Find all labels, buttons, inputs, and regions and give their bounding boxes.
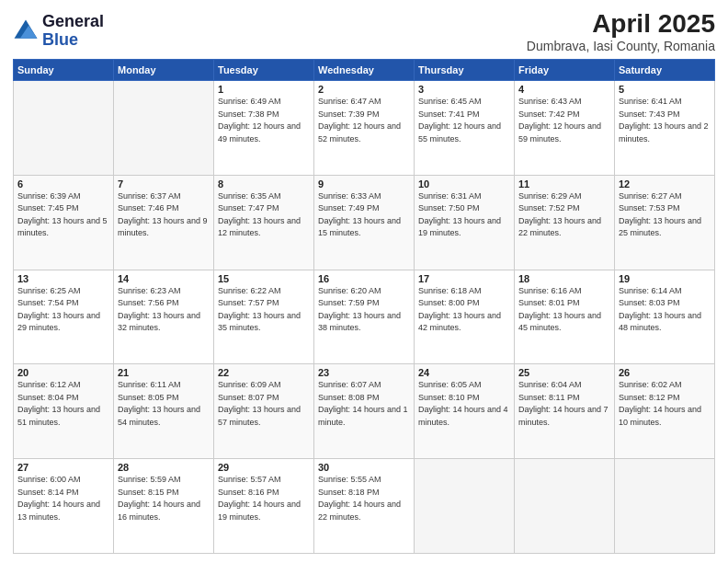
calendar-cell: 29Sunrise: 5:57 AMSunset: 8:16 PMDayligh… [214,459,314,554]
day-number: 24 [418,367,510,378]
day-number: 25 [518,367,610,378]
calendar-cell: 18Sunrise: 6:16 AMSunset: 8:01 PMDayligh… [515,270,615,364]
calendar-cell: 8Sunrise: 6:35 AMSunset: 7:47 PMDaylight… [214,175,314,270]
calendar-cell [615,459,715,554]
day-number: 28 [118,462,210,473]
logo-blue-text: Blue [42,30,78,49]
day-detail: Sunrise: 6:07 AMSunset: 8:08 PMDaylight:… [318,379,410,429]
calendar-cell: 5Sunrise: 6:41 AMSunset: 7:43 PMDaylight… [615,81,715,176]
day-detail: Sunrise: 6:25 AMSunset: 7:54 PMDaylight:… [17,285,109,335]
logo-general-text: General [42,12,104,30]
calendar-cell: 3Sunrise: 6:45 AMSunset: 7:41 PMDaylight… [415,81,515,176]
calendar-cell: 12Sunrise: 6:27 AMSunset: 7:53 PMDayligh… [615,175,715,270]
calendar-cell [14,81,114,176]
day-detail: Sunrise: 6:20 AMSunset: 7:59 PMDaylight:… [318,285,410,335]
day-header-wednesday: Wednesday [314,60,415,81]
day-number: 22 [218,367,310,378]
calendar-cell: 6Sunrise: 6:39 AMSunset: 7:45 PMDaylight… [14,175,114,270]
calendar-cell: 19Sunrise: 6:14 AMSunset: 8:03 PMDayligh… [615,270,715,364]
day-number: 18 [518,273,610,284]
day-number: 14 [118,273,210,284]
logo-icon [13,18,39,44]
day-detail: Sunrise: 6:31 AMSunset: 7:50 PMDaylight:… [418,190,510,240]
week-row-4: 20Sunrise: 6:12 AMSunset: 8:04 PMDayligh… [14,364,715,459]
day-detail: Sunrise: 6:02 AMSunset: 8:12 PMDaylight:… [619,379,711,429]
day-number: 29 [218,462,310,473]
calendar-cell [114,81,214,176]
calendar-cell: 23Sunrise: 6:07 AMSunset: 8:08 PMDayligh… [314,364,415,459]
calendar-cell: 13Sunrise: 6:25 AMSunset: 7:54 PMDayligh… [14,270,114,364]
day-detail: Sunrise: 6:49 AMSunset: 7:38 PMDaylight:… [218,96,310,145]
day-header-saturday: Saturday [615,60,715,81]
day-detail: Sunrise: 6:45 AMSunset: 7:41 PMDaylight:… [418,96,510,145]
calendar-cell: 21Sunrise: 6:11 AMSunset: 8:05 PMDayligh… [114,364,214,459]
day-number: 9 [318,178,410,190]
calendar-table: SundayMondayTuesdayWednesdayThursdayFrid… [13,59,715,554]
calendar-cell: 27Sunrise: 6:00 AMSunset: 8:14 PMDayligh… [14,459,114,554]
day-number: 11 [518,178,610,190]
calendar-cell: 1Sunrise: 6:49 AMSunset: 7:38 PMDaylight… [214,81,314,176]
day-header-thursday: Thursday [415,60,515,81]
day-header-friday: Friday [515,60,615,81]
day-detail: Sunrise: 6:29 AMSunset: 7:52 PMDaylight:… [518,190,610,240]
day-header-tuesday: Tuesday [214,60,314,81]
day-detail: Sunrise: 6:23 AMSunset: 7:56 PMDaylight:… [118,285,210,335]
day-number: 20 [17,367,109,378]
calendar-cell: 30Sunrise: 5:55 AMSunset: 8:18 PMDayligh… [314,459,415,554]
calendar-cell: 28Sunrise: 5:59 AMSunset: 8:15 PMDayligh… [114,459,214,554]
calendar-header: SundayMondayTuesdayWednesdayThursdayFrid… [14,60,715,81]
calendar-cell: 11Sunrise: 6:29 AMSunset: 7:52 PMDayligh… [515,175,615,270]
day-detail: Sunrise: 6:43 AMSunset: 7:42 PMDaylight:… [518,96,610,145]
day-detail: Sunrise: 6:04 AMSunset: 8:11 PMDaylight:… [518,379,610,429]
title-block: April 2025 Dumbrava, Iasi County, Romani… [527,9,715,53]
day-number: 27 [17,462,109,473]
day-detail: Sunrise: 6:00 AMSunset: 8:14 PMDaylight:… [17,474,109,523]
day-number: 8 [218,178,310,190]
day-header-sunday: Sunday [14,60,114,81]
day-detail: Sunrise: 6:35 AMSunset: 7:47 PMDaylight:… [218,190,310,240]
calendar-title: April 2025 [527,9,715,39]
day-detail: Sunrise: 5:59 AMSunset: 8:15 PMDaylight:… [118,474,210,523]
day-detail: Sunrise: 6:41 AMSunset: 7:43 PMDaylight:… [619,96,711,145]
day-number: 10 [418,178,510,190]
day-detail: Sunrise: 6:37 AMSunset: 7:46 PMDaylight:… [118,190,210,240]
day-number: 13 [17,273,109,284]
calendar-cell [415,459,515,554]
calendar-body: 1Sunrise: 6:49 AMSunset: 7:38 PMDaylight… [14,81,715,554]
calendar-cell: 25Sunrise: 6:04 AMSunset: 8:11 PMDayligh… [515,364,615,459]
day-detail: Sunrise: 6:16 AMSunset: 8:01 PMDaylight:… [518,285,610,335]
day-detail: Sunrise: 6:05 AMSunset: 8:10 PMDaylight:… [418,379,510,429]
day-detail: Sunrise: 6:22 AMSunset: 7:57 PMDaylight:… [218,285,310,335]
day-detail: Sunrise: 6:14 AMSunset: 8:03 PMDaylight:… [619,285,711,335]
calendar-cell: 4Sunrise: 6:43 AMSunset: 7:42 PMDaylight… [515,81,615,176]
week-row-1: 1Sunrise: 6:49 AMSunset: 7:38 PMDaylight… [14,81,715,176]
day-detail: Sunrise: 6:47 AMSunset: 7:39 PMDaylight:… [318,96,410,145]
day-number: 15 [218,273,310,284]
day-detail: Sunrise: 5:57 AMSunset: 8:16 PMDaylight:… [218,474,310,523]
day-number: 4 [518,84,610,95]
day-detail: Sunrise: 6:33 AMSunset: 7:49 PMDaylight:… [318,190,410,240]
week-row-5: 27Sunrise: 6:00 AMSunset: 8:14 PMDayligh… [14,459,715,554]
day-number: 3 [418,84,510,95]
logo: General Blue [13,13,104,50]
day-number: 2 [318,84,410,95]
day-header-row: SundayMondayTuesdayWednesdayThursdayFrid… [14,60,715,81]
calendar-cell: 24Sunrise: 6:05 AMSunset: 8:10 PMDayligh… [415,364,515,459]
calendar-cell: 17Sunrise: 6:18 AMSunset: 8:00 PMDayligh… [415,270,515,364]
calendar-cell [515,459,615,554]
day-detail: Sunrise: 5:55 AMSunset: 8:18 PMDaylight:… [318,474,410,523]
calendar-cell: 14Sunrise: 6:23 AMSunset: 7:56 PMDayligh… [114,270,214,364]
day-number: 1 [218,84,310,95]
day-number: 21 [118,367,210,378]
calendar-cell: 10Sunrise: 6:31 AMSunset: 7:50 PMDayligh… [415,175,515,270]
day-number: 6 [17,178,109,190]
calendar-page: General Blue April 2025 Dumbrava, Iasi C… [0,0,728,563]
calendar-cell: 16Sunrise: 6:20 AMSunset: 7:59 PMDayligh… [314,270,415,364]
day-detail: Sunrise: 6:27 AMSunset: 7:53 PMDaylight:… [619,190,711,240]
day-detail: Sunrise: 6:11 AMSunset: 8:05 PMDaylight:… [118,379,210,429]
day-number: 12 [619,178,711,190]
day-detail: Sunrise: 6:12 AMSunset: 8:04 PMDaylight:… [17,379,109,429]
day-number: 17 [418,273,510,284]
day-detail: Sunrise: 6:09 AMSunset: 8:07 PMDaylight:… [218,379,310,429]
day-detail: Sunrise: 6:39 AMSunset: 7:45 PMDaylight:… [17,190,109,240]
